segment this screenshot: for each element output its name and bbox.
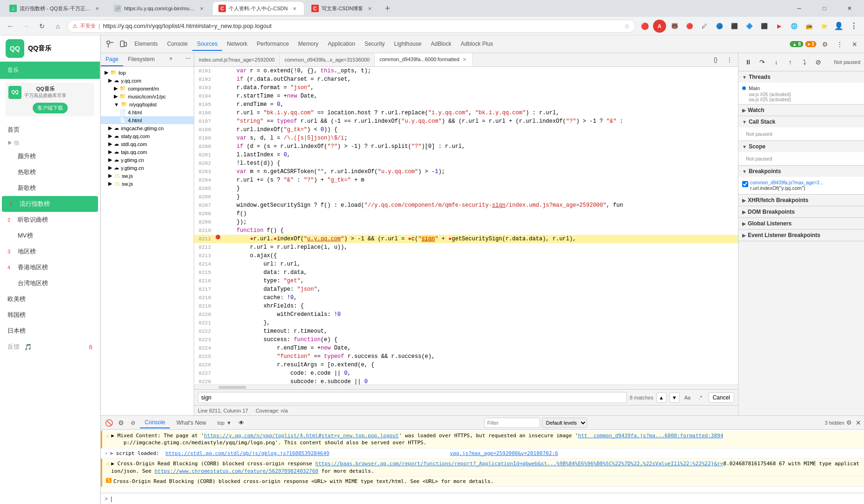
menu-item-top3[interactable]: 新歌榜	[0, 180, 100, 196]
watch-section-header[interactable]: ▶ Watch	[738, 105, 864, 116]
back-button[interactable]: ←	[4, 20, 17, 33]
webpage-nav-item-music[interactable]: 音乐	[0, 63, 100, 77]
file-tree-item-swjs1[interactable]: ▶ JS sw.js	[101, 172, 194, 180]
menu-item-more[interactable]: 反馈 🎵 6	[0, 339, 100, 355]
browser-ext6[interactable]: 🔷	[743, 20, 756, 33]
file-tree-item-tajs[interactable]: ▶ ☁ tajs.qq.com	[101, 148, 194, 156]
threads-section-header[interactable]: ▼ Threads	[738, 71, 864, 83]
browser-ext8[interactable]: 🌐	[787, 20, 801, 33]
browser-tab-1[interactable]: ♫ 流行指数榜 - QQ音乐-千万正版... ✕	[4, 2, 106, 15]
search-cancel-button[interactable]: Cancel	[709, 392, 734, 403]
step-over-button[interactable]: ↷	[756, 56, 768, 68]
menu-item-home[interactable]: 首页	[0, 122, 100, 138]
tab-security[interactable]: Security	[360, 38, 389, 51]
youtube-icon[interactable]: ▶	[773, 20, 786, 33]
close-window-button[interactable]: ✕	[839, 2, 860, 15]
tab-performance[interactable]: Performance	[252, 38, 294, 51]
file-tree-item-top[interactable]: ▶ 📁 top	[101, 69, 194, 77]
file-tree-item-4html-1[interactable]: 📄 4.html	[101, 108, 194, 116]
bookmark-icon[interactable]: ☆	[624, 22, 630, 30]
editor-tab-3[interactable]: common_d9439fa...6000:formatted ✕	[375, 53, 473, 66]
file-tree-item-ygtimg2[interactable]: ▶ ☁ y.gtimg.cn	[101, 164, 194, 172]
tab4-close[interactable]: ✕	[366, 5, 373, 12]
tab-lighthouse[interactable]: Lighthouse	[389, 38, 426, 51]
menu-item-hk[interactable]: 4 香港地区榜	[0, 259, 100, 275]
extensions-icon[interactable]: 🔴	[638, 20, 651, 33]
browser-ext7[interactable]: ⬛	[758, 20, 771, 33]
browser-tab-4[interactable]: C 写文章-CSDN博客 ✕	[306, 2, 379, 15]
script-src-link[interactable]: yqq.js?max_age=2592000&v=20180702:6	[450, 450, 558, 456]
sources-tab-more[interactable]: »	[167, 53, 176, 66]
device-toolbar-button[interactable]	[117, 38, 130, 51]
step-button[interactable]: ⤵	[798, 56, 810, 68]
refresh-button[interactable]: ↻	[35, 20, 49, 33]
global-listeners-header[interactable]: ▶ Global Listeners	[738, 218, 864, 229]
regex-button[interactable]: .*	[695, 392, 706, 403]
call-stack-header[interactable]: ▼ Call Stack	[738, 116, 864, 127]
search-input[interactable]	[198, 392, 627, 403]
download-client-button[interactable]: 客户端下载	[33, 103, 68, 113]
mixed-content-link[interactable]: https://y.qq.com/n/yqq/toplist/4.html#st…	[204, 433, 399, 439]
more-menu-button[interactable]: ⋮	[847, 20, 860, 33]
menu-item-top2[interactable]: 热歌榜	[0, 164, 100, 180]
tab-adblock[interactable]: AdBlock	[426, 38, 456, 51]
console-level-select[interactable]: Default levels	[542, 418, 587, 428]
breakpoints-header[interactable]: ▼ Breakpoints	[738, 166, 864, 177]
address-text[interactable]: https://y.qq.com/n/yqq/toplist/4.html#st…	[103, 22, 621, 29]
profile-icon[interactable]: 👤	[832, 20, 845, 33]
step-out-button[interactable]: ↑	[784, 56, 796, 68]
dom-breakpoints-header[interactable]: ▶ DOM Breakpoints	[738, 206, 864, 217]
tab2-close[interactable]: ✕	[198, 5, 205, 12]
step-into-button[interactable]: ↓	[770, 56, 782, 68]
file-tree-item-swjs2[interactable]: ▶ JS sw.js	[101, 180, 194, 188]
file-tree-item-yqq[interactable]: ▶ ☁ y.qq.com	[101, 77, 194, 84]
menu-item-japan[interactable]: 日本榜	[0, 323, 100, 339]
browser-ext2[interactable]: 🔴	[683, 20, 696, 33]
tab-sources[interactable]: Sources	[192, 38, 222, 51]
file-tree-item-4html-2[interactable]: 📄 4.html	[101, 116, 194, 124]
horizontal-scrollbar[interactable]	[194, 385, 738, 389]
file-tree-more-button[interactable]: ⋯	[183, 53, 194, 66]
console-cursor[interactable]: |	[111, 496, 112, 502]
file-tree-item-music-icon[interactable]: ▶ 📁 music/icon/v1/pc	[101, 92, 194, 100]
editor-tab-1[interactable]: index.umd.js?max_age=2592000	[194, 54, 280, 65]
adblock-icon[interactable]: A	[653, 20, 666, 33]
menu-item-western[interactable]: 欧美榜	[0, 291, 100, 307]
menu-item-korea[interactable]: 韩国榜	[0, 307, 100, 323]
code-editor[interactable]: 8191 var r = o.extend(!0, {}, this._opts…	[194, 67, 738, 385]
browser-ext1[interactable]: 🐻	[668, 20, 681, 33]
console-filter-input[interactable]	[484, 418, 540, 428]
tab-memory[interactable]: Memory	[294, 38, 323, 51]
maximize-button[interactable]: □	[814, 2, 835, 15]
editor-tab-2[interactable]: common_d9439fa...x_age=31536000	[280, 54, 375, 65]
pause-resume-button[interactable]: ⏸	[742, 56, 754, 68]
console-tab-console[interactable]: Console	[140, 417, 170, 428]
file-tree-item-stdl[interactable]: ▶ ☁ stdl.qq.com	[101, 140, 194, 148]
xhr-breakpoints-header[interactable]: ▶ XHR/fetch Breakpoints	[738, 195, 864, 206]
search-next-button[interactable]: ▼	[669, 392, 680, 403]
forward-button[interactable]: →	[20, 20, 33, 33]
event-listener-header[interactable]: ▶ Event Listener Breakpoints	[738, 230, 864, 241]
case-sensitive-button[interactable]: Aa	[682, 392, 693, 403]
pretty-print-button[interactable]: {}	[709, 53, 722, 66]
browser-ext3[interactable]: 🖊	[698, 20, 711, 33]
menu-item-top5[interactable]: 2 听歌识曲榜	[0, 212, 100, 228]
console-gear-icon[interactable]: ⚙	[846, 419, 852, 426]
browser-ext4[interactable]: 🔵	[713, 20, 726, 33]
script-loaded-link[interactable]: https://stdl.qq.com/stdl/qb/js/qblog.js?…	[165, 450, 329, 456]
new-tab-button[interactable]: +	[381, 2, 394, 15]
dock-button[interactable]: ⋮	[833, 38, 846, 51]
search-prev-button[interactable]: ▲	[656, 392, 667, 403]
settings-button[interactable]: ⚙	[818, 38, 831, 51]
scope-header[interactable]: ▼ Scope	[738, 141, 864, 152]
menu-item-tw[interactable]: 台湾地区榜	[0, 275, 100, 291]
home-button[interactable]: ⌂	[51, 20, 64, 33]
sources-tab-page[interactable]: Page	[101, 53, 123, 66]
browser-tab-2[interactable]: 🔗 https://u.y.qq.com/cgi-bin/mus... ✕	[108, 2, 211, 15]
tab-adblock-plus[interactable]: Adblock Plus	[456, 38, 498, 51]
file-tree-item-staty[interactable]: ▶ ☁ staty.qq.com	[101, 132, 194, 140]
browser-ext9[interactable]: 📻	[802, 20, 815, 33]
console-settings-button[interactable]: ⚙	[116, 418, 126, 428]
console-stop-button[interactable]: ⊘	[128, 418, 138, 428]
tab-console[interactable]: Console	[162, 38, 192, 51]
